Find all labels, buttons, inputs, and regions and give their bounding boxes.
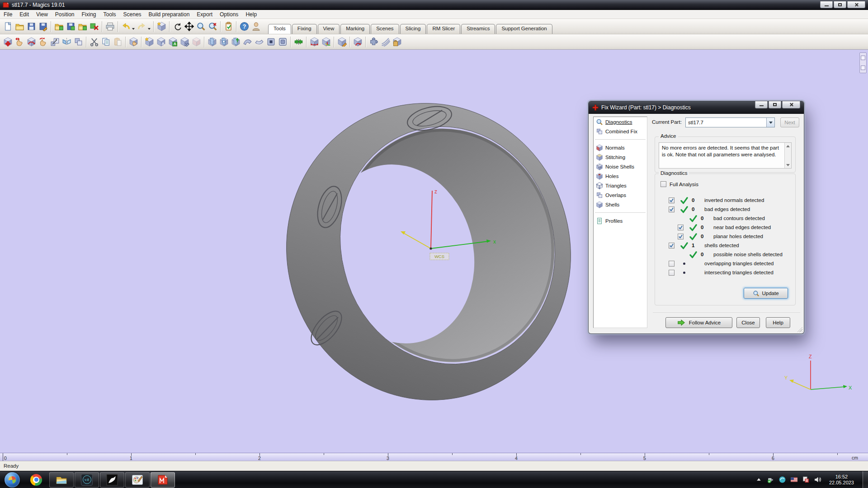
diagnostic-checkbox[interactable]: [669, 270, 675, 276]
menu-help[interactable]: Help: [242, 10, 260, 19]
edit-part-button[interactable]: [336, 36, 348, 48]
follow-advice-button[interactable]: Follow Advice: [665, 317, 732, 328]
copy-part-button[interactable]: [100, 36, 112, 48]
diagnose-part-button[interactable]: [352, 36, 363, 48]
tab-scenes[interactable]: Scenes: [371, 24, 399, 34]
mini-button-bottom[interactable]: [861, 66, 865, 70]
nav-item-overlaps[interactable]: Overlaps: [594, 190, 647, 200]
save-part-button[interactable]: [65, 21, 76, 33]
hidden-icons-arrow-icon[interactable]: [755, 476, 763, 483]
nav-item-shells[interactable]: Shells: [594, 200, 647, 209]
menu-scenes[interactable]: Scenes: [120, 10, 145, 19]
move-to-platform-button[interactable]: [127, 36, 139, 48]
rotate-view-button[interactable]: [171, 21, 183, 33]
viewport-mini-toolbar[interactable]: [859, 52, 867, 73]
menu-position[interactable]: Position: [52, 10, 78, 19]
maximize-button[interactable]: [834, 1, 846, 8]
diagnostic-checkbox[interactable]: [669, 197, 675, 203]
nav-item-stitching[interactable]: Stitching: [594, 152, 647, 162]
paste-part-button[interactable]: [112, 36, 123, 48]
merge-parts-button[interactable]: [179, 36, 190, 48]
help-button[interactable]: ?: [238, 21, 250, 33]
dialog-minimize-button[interactable]: [755, 101, 768, 108]
undo-dropdown-icon[interactable]: [132, 28, 135, 30]
tab-rm-slicer[interactable]: RM Slicer: [427, 24, 460, 34]
remove-part-button[interactable]: [88, 21, 100, 33]
minimize-button[interactable]: [820, 1, 833, 8]
nav-item-profiles[interactable]: Profiles: [594, 216, 647, 225]
taskbar-clock[interactable]: 16:52 22.05.2023: [829, 474, 854, 486]
scroll-down-icon[interactable]: [785, 162, 791, 168]
print-button[interactable]: [104, 21, 116, 33]
redo-button[interactable]: [136, 21, 147, 33]
surface-patch-2-button[interactable]: [253, 36, 265, 48]
menu-build-preparation[interactable]: Build preparation: [145, 10, 193, 19]
interactive-translate-button[interactable]: [14, 36, 25, 48]
menu-edit[interactable]: Edit: [16, 10, 33, 19]
menu-export[interactable]: Export: [193, 10, 216, 19]
section-view-2-button[interactable]: [218, 36, 230, 48]
mini-button-top[interactable]: [861, 56, 865, 60]
close-button[interactable]: [847, 1, 865, 8]
taskbar-app-chrome[interactable]: [24, 472, 48, 488]
tag-part-button[interactable]: A: [167, 36, 179, 48]
volume-icon[interactable]: [814, 476, 821, 483]
update-button[interactable]: Update: [744, 288, 788, 299]
start-button[interactable]: [5, 472, 20, 488]
create-part-button[interactable]: [143, 36, 155, 48]
rotate-part-button[interactable]: [25, 36, 37, 48]
nav-item-noise-shells[interactable]: Noise Shells: [594, 162, 647, 171]
nav-item-holes[interactable]: Holes: [594, 171, 647, 181]
open-part-button[interactable]: [53, 21, 65, 33]
nav-item-diagnostics[interactable]: Diagnostics: [594, 117, 647, 127]
full-analysis-checkbox[interactable]: [660, 181, 666, 187]
nav-item-triangles[interactable]: Triangles: [594, 181, 647, 190]
diagnostic-checkbox[interactable]: [678, 225, 684, 230]
section-view-3-button[interactable]: [230, 36, 241, 48]
interactive-rotate-button[interactable]: [37, 36, 49, 48]
measure-part-button[interactable]: [308, 36, 320, 48]
part-axes-button[interactable]: [320, 36, 332, 48]
tab-view[interactable]: View: [318, 24, 340, 34]
translate-part-button[interactable]: [2, 36, 14, 48]
diagnostic-checkbox[interactable]: [669, 206, 675, 212]
current-part-combobox[interactable]: stl17.7: [685, 117, 775, 127]
advice-scrollbar[interactable]: [784, 143, 791, 168]
redo-dropdown-icon[interactable]: [148, 28, 151, 30]
menu-file[interactable]: File: [0, 10, 16, 19]
duplicate-part-button[interactable]: [72, 36, 84, 48]
next-button[interactable]: Next: [780, 117, 799, 127]
slice-layers-button[interactable]: [379, 36, 391, 48]
diagnostic-checkbox[interactable]: [669, 261, 675, 267]
assistant-button[interactable]: [250, 21, 262, 33]
surface-patch-1-button[interactable]: [241, 36, 253, 48]
tab-support-generation[interactable]: Support Generation: [496, 24, 552, 34]
hollow-part-button[interactable]: [265, 36, 277, 48]
tab-tools[interactable]: Tools: [268, 24, 291, 34]
taskbar-app-magics[interactable]: [151, 472, 175, 488]
save-as-button[interactable]: [37, 21, 49, 33]
unzoom-view-button[interactable]: [207, 21, 218, 33]
menu-fixing[interactable]: Fixing: [78, 10, 100, 19]
tab-streamics[interactable]: Streamics: [461, 24, 495, 34]
compare-parts-button[interactable]: [190, 36, 202, 48]
offset-surface-button[interactable]: [277, 36, 288, 48]
close-dialog-button[interactable]: Close: [736, 317, 760, 328]
resize-grip[interactable]: [797, 327, 802, 332]
label-part-button[interactable]: A: [155, 36, 167, 48]
pack-export-button[interactable]: [391, 36, 403, 48]
select-part-button[interactable]: [156, 21, 167, 33]
rescale-part-button[interactable]: [49, 36, 61, 48]
new-document-button[interactable]: [2, 21, 14, 33]
pan-view-button[interactable]: [183, 21, 195, 33]
taskbar-app-v8-app[interactable]: v.8: [75, 472, 99, 488]
section-view-1-button[interactable]: [206, 36, 218, 48]
tab-fixing[interactable]: Fixing: [292, 24, 317, 34]
keyboard-layout-icon[interactable]: [790, 476, 798, 483]
taskbar-app-explorer[interactable]: [49, 472, 74, 488]
menu-view[interactable]: View: [33, 10, 52, 19]
align-parts-button[interactable]: [292, 36, 304, 48]
ring-model[interactable]: [287, 103, 579, 400]
remote-session-icon[interactable]: [778, 476, 786, 483]
import-part-button[interactable]: [76, 21, 88, 33]
